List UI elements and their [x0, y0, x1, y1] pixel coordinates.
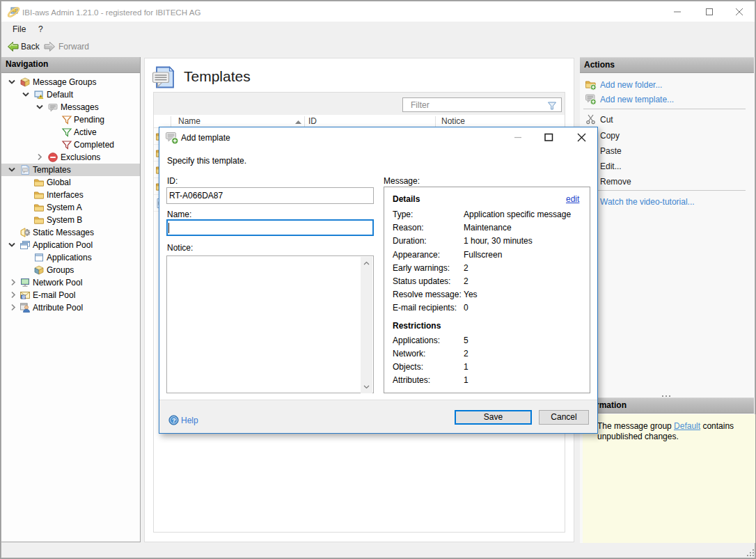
svg-text:@: @	[22, 294, 26, 299]
svg-text:?: ?	[172, 417, 176, 424]
